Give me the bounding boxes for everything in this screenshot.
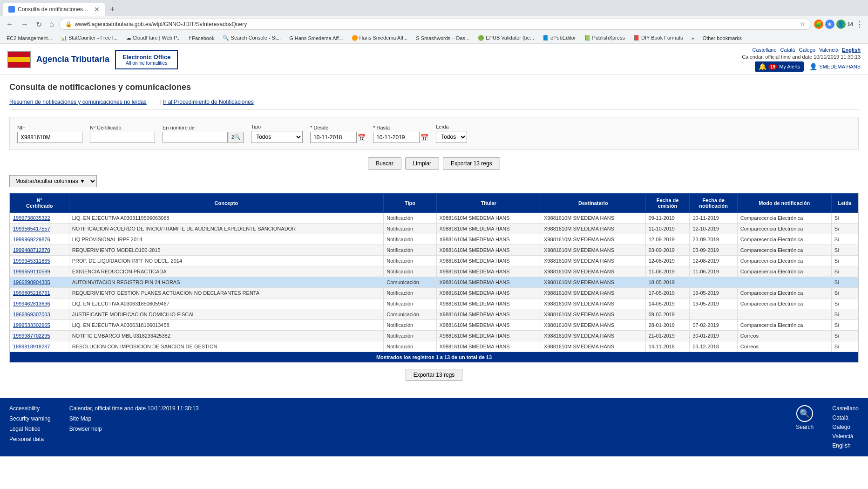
footer-accessibility[interactable]: Accessibility xyxy=(9,405,51,412)
cert-group: Nº Certificado xyxy=(90,125,155,143)
address-bar[interactable]: 🔒 www6.agenciatributaria.gob.es/wlpl/GNN… xyxy=(59,19,811,30)
nav-link-procedimiento[interactable]: Ir al Procedimiento de Notificaciones xyxy=(163,97,259,109)
lang-english[interactable]: English xyxy=(842,47,861,53)
limpiar-button[interactable]: Limpiar xyxy=(405,157,439,170)
profile-icon[interactable]: 👤 xyxy=(836,20,846,29)
footer-sitemap[interactable]: Site Map xyxy=(69,415,199,422)
cert-link[interactable]: 1999345311865 xyxy=(13,258,50,264)
bookmark-cloudflare[interactable]: ☁ CloudFlare | Web P... xyxy=(123,34,183,42)
user-info[interactable]: 👤 SMEDEMA HANS xyxy=(809,63,861,70)
lang-valencia[interactable]: Valencià xyxy=(819,47,838,53)
nif-input[interactable] xyxy=(17,132,82,143)
bookmark-diy[interactable]: 📕 DIY Book Formats xyxy=(631,34,686,42)
cert-link[interactable]: 1966898904385 xyxy=(13,279,50,285)
bookmark-searchconsole[interactable]: 🔍 Search Console - St... xyxy=(220,34,284,42)
cert-link[interactable]: 1999533302965 xyxy=(13,322,50,328)
reload-button[interactable]: ↻ xyxy=(34,19,44,30)
exportar-button-bottom[interactable]: Exportar 13 regs xyxy=(406,369,463,381)
header-tipo: Tipo xyxy=(384,194,436,213)
extensions-icon[interactable]: 🧩 xyxy=(814,20,823,29)
cell-tipo: Notificación xyxy=(384,245,436,256)
bookmark-publishxpress[interactable]: 📗 PublishXpress xyxy=(582,34,628,42)
cert-link[interactable]: 1999565417557 xyxy=(13,226,50,231)
cert-link[interactable]: 1999987702295 xyxy=(13,333,50,339)
desde-wrapper: 📅 xyxy=(310,132,366,143)
cert-input[interactable] xyxy=(90,132,155,143)
cell-fecha-emision: 09-11-2019 xyxy=(645,213,690,224)
url-text: www6.agenciatributaria.gob.es/wlpl/GNNO-… xyxy=(75,21,797,27)
lang-catala[interactable]: Català xyxy=(780,47,795,53)
cell-concepto: LIQ PROVISIONAL IRPF 2014 xyxy=(69,234,384,245)
back-button[interactable]: ← xyxy=(4,19,16,29)
nav-link-resumen[interactable]: Resumen de notificaciones y comunicacion… xyxy=(9,97,152,109)
menu-icon[interactable]: ⋮ xyxy=(855,20,864,29)
footer-calendar: Calendar, official time and date 10/11/2… xyxy=(69,405,199,412)
star-icon[interactable]: ☆ xyxy=(800,21,805,27)
cell-tipo: Notificación xyxy=(384,288,436,299)
footer-lang-valencia[interactable]: Valencià xyxy=(832,433,859,440)
home-button[interactable]: ⌂ xyxy=(47,19,56,29)
my-alerts-button[interactable]: 🔔 19 My Alerts xyxy=(755,61,804,72)
bookmark-more[interactable]: » xyxy=(689,34,697,42)
tipo-select[interactable]: Todos Notificación Comunicación xyxy=(251,131,303,143)
active-tab[interactable]: Consulta de notificaciones y co... ✕ xyxy=(3,3,105,16)
bookmark-other[interactable]: Other bookmarks xyxy=(700,34,745,42)
cert-link[interactable]: 1899818918287 xyxy=(13,344,50,349)
footer-lang-catala[interactable]: Català xyxy=(832,414,859,421)
bookmark-statcounter[interactable]: 📊 StatCounter - Free l... xyxy=(58,34,121,42)
tab-close-button[interactable]: ✕ xyxy=(94,6,100,13)
site-header-left: Agencia Tributaria Electronic Office All… xyxy=(7,50,178,69)
cert-link[interactable]: 1999659110589 xyxy=(13,269,50,274)
cell-cert: 1999345311865 xyxy=(10,256,69,266)
en-nombre-search-btn[interactable]: 2🔍 xyxy=(229,132,244,143)
hasta-input[interactable] xyxy=(373,132,420,143)
exportar-button-top[interactable]: Exportar 13 regs xyxy=(443,157,500,170)
table-row: 1999533302965 LIQ. EN EJECUTIVA A0306318… xyxy=(10,320,858,331)
cert-link[interactable]: 1999969229876 xyxy=(13,237,50,242)
desde-input[interactable] xyxy=(310,132,357,143)
table-row: 1999987702295 NOTIFIC EMBARGO MBL 031823… xyxy=(10,331,858,341)
buscar-button[interactable]: Buscar xyxy=(368,157,401,170)
cell-fecha-emision: 17-05-2019 xyxy=(645,288,690,299)
footer-personal-data[interactable]: Personal data xyxy=(9,436,51,442)
cert-link[interactable]: 1999462813636 xyxy=(13,301,50,306)
cert-link[interactable]: 1966869307003 xyxy=(13,312,50,317)
lang-castellano[interactable]: Castellano xyxy=(753,47,777,53)
footer-lang-castellano[interactable]: Castellano xyxy=(832,405,859,412)
desde-calendar-icon[interactable]: 📅 xyxy=(358,134,366,141)
footer-browser-help[interactable]: Browser help xyxy=(69,426,199,432)
bookmark-hans1[interactable]: G Hans Smedema Aff... xyxy=(286,34,346,42)
footer-lang-english[interactable]: English xyxy=(832,442,859,449)
footer-lang-galego[interactable]: Galego xyxy=(832,424,859,430)
bookmark-smashwords[interactable]: S Smashwords – Das... xyxy=(413,34,472,42)
cell-fecha-notif: 03-12-2018 xyxy=(690,341,737,352)
bookmark-facebook[interactable]: f Facebook xyxy=(186,34,217,42)
cell-tipo: Notificación xyxy=(384,341,436,352)
cell-modo: Comparecencia Electrónica xyxy=(737,299,831,309)
bookmark-epubeditor[interactable]: 📘 ePubEditor xyxy=(540,34,578,42)
footer-legal[interactable]: Legal Notice xyxy=(9,426,51,432)
footer-security[interactable]: Security warning xyxy=(9,415,51,422)
bookmark-icon[interactable]: ★ xyxy=(825,20,834,29)
forward-button[interactable]: → xyxy=(19,19,31,29)
en-nombre-group: En nombre de 2🔍 xyxy=(163,125,244,143)
footer-search-icon[interactable]: 🔍 xyxy=(796,405,813,422)
bookmark-ec2[interactable]: EC2 Management... xyxy=(4,34,55,42)
datetime-line: Calendar, official time and date 10/11/2… xyxy=(742,54,861,60)
table-row: 1999969229876 LIQ PROVISIONAL IRPF 2014 … xyxy=(10,234,858,245)
new-tab-button[interactable]: + xyxy=(107,4,118,15)
cell-destinatario: X9881610M SMEDEMA HANS xyxy=(541,299,646,309)
electronic-office-button[interactable]: Electronic Office All online formalities xyxy=(115,50,178,69)
leida-select[interactable]: Todos Sí No xyxy=(436,131,467,143)
cert-link[interactable]: 1999488712870 xyxy=(13,247,50,253)
bookmark-hans2[interactable]: 🟠 Hans Smedema Aff... xyxy=(349,34,411,42)
bookmark-epub[interactable]: 🟢 EPUB Validator (be... xyxy=(475,34,537,42)
lang-galego[interactable]: Galego xyxy=(799,47,815,53)
hasta-calendar-icon[interactable]: 📅 xyxy=(420,134,428,141)
cert-link[interactable]: 1999738035322 xyxy=(13,215,50,221)
columns-toggle-select[interactable]: Mostrar/ocultar columnas ▼ xyxy=(9,175,97,187)
footer-search-label[interactable]: Search xyxy=(796,424,814,430)
cert-link[interactable]: 1999805216731 xyxy=(13,290,50,296)
en-nombre-input[interactable] xyxy=(163,132,228,143)
cell-cert: 1999659110589 xyxy=(10,266,69,277)
